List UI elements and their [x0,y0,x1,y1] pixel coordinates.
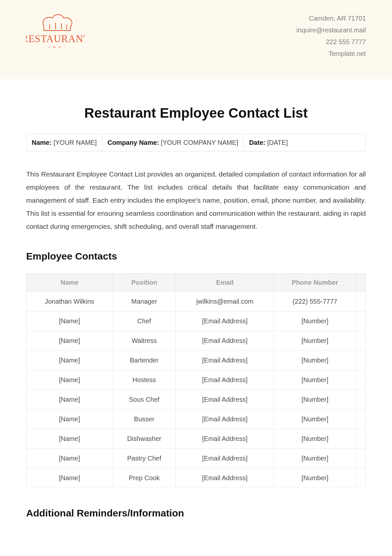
cell-extra [356,468,366,488]
cell-position: Waitress [113,331,176,351]
table-row: [Name]Chef[Email Address][Number] [26,312,366,331]
cell-email: [Email Address] [176,390,274,410]
cell-email: [Email Address] [176,312,274,331]
cell-email: [Email Address] [176,331,274,351]
cell-extra [356,331,366,351]
logo: RESTAURANT · I N C · [26,10,85,51]
cell-name: [Name] [26,331,113,351]
info-date-label: Date: [249,139,265,146]
cell-extra [356,351,366,370]
info-date-cell: Date: [DATE] [244,134,293,151]
cell-position: Prep Cook [113,468,176,488]
cell-extra [356,390,366,410]
col-header-email: Email [176,274,274,292]
header-contact-info: Camden, AR 71701 inquire@restaurant.mail… [296,10,366,59]
cell-extra [356,410,366,429]
info-name-cell: Name: [YOUR NAME] [26,134,102,151]
cell-position: Pastry Chef [113,449,176,468]
logo-sub-text: · I N C · [45,45,66,49]
table-row: [Name]Waitress[Email Address][Number] [26,331,366,351]
cell-phone: [Number] [274,351,356,370]
info-company-value: [YOUR COMPANY NAME] [161,139,238,146]
table-row: [Name]Sous Chef[Email Address][Number] [26,390,366,410]
cell-name: [Name] [26,390,113,410]
table-row: [Name]Prep Cook[Email Address][Number] [26,468,366,488]
document-body: Restaurant Employee Contact List Name: [… [0,79,392,543]
cell-phone: [Number] [274,390,356,410]
cell-name: [Name] [26,429,113,449]
document-header: RESTAURANT · I N C · Camden, AR 71701 in… [0,0,392,79]
contact-site: Template.net [296,48,366,59]
cell-name: Jonathan Wilkins [26,292,113,312]
employee-contacts-table: Name Position Email Phone Number Jonatha… [26,273,366,488]
table-row: [Name]Pastry Chef[Email Address][Number] [26,449,366,468]
cell-phone: [Number] [274,370,356,390]
logo-main-text: RESTAURANT [26,33,85,44]
cell-email: [Email Address] [176,429,274,449]
cell-phone: [Number] [274,410,356,429]
page-title: Restaurant Employee Contact List [26,105,366,121]
contact-address: Camden, AR 71701 [296,12,366,24]
info-date-value: [DATE] [267,139,288,146]
cell-position: Busser [113,410,176,429]
info-bar: Name: [YOUR NAME] Company Name: [YOUR CO… [26,134,366,151]
cell-position: Chef [113,312,176,331]
table-row: [Name]Dishwasher[Email Address][Number] [26,429,366,449]
cell-extra [356,429,366,449]
contact-phone: 222 555 7777 [296,36,366,48]
table-row: Jonathan WilkinsManagerjwilkins@email.co… [26,292,366,312]
cell-email: jwilkins@email.com [176,292,274,312]
col-header-name: Name [26,274,113,292]
cell-name: [Name] [26,312,113,331]
cell-extra [356,370,366,390]
cell-email: [Email Address] [176,351,274,370]
additional-info-heading: Additional Reminders/Information [26,508,366,519]
description-paragraph: This Restaurant Employee Contact List pr… [26,168,366,233]
cell-phone: [Number] [274,449,356,468]
cell-phone: (222) 555-7777 [274,292,356,312]
employee-contacts-heading: Employee Contacts [26,251,366,262]
info-name-label: Name: [32,139,52,146]
cell-position: Dishwasher [113,429,176,449]
cell-name: [Name] [26,351,113,370]
cell-position: Manager [113,292,176,312]
info-company-cell: Company Name: [YOUR COMPANY NAME] [102,134,244,151]
cell-name: [Name] [26,370,113,390]
table-row: [Name]Busser[Email Address][Number] [26,410,366,429]
cell-phone: [Number] [274,429,356,449]
cell-name: [Name] [26,410,113,429]
chef-hat-logo-icon: RESTAURANT · I N C · [26,10,85,51]
cell-position: Hostess [113,370,176,390]
cell-phone: [Number] [274,312,356,331]
cell-extra [356,292,366,312]
contact-email: inquire@restaurant.mail [296,24,366,36]
cell-name: [Name] [26,449,113,468]
cell-email: [Email Address] [176,370,274,390]
cell-extra [356,312,366,331]
cell-position: Sous Chef [113,390,176,410]
info-company-label: Company Name: [107,139,159,146]
table-header-row: Name Position Email Phone Number [26,274,366,292]
table-row: [Name]Hostess[Email Address][Number] [26,370,366,390]
cell-name: [Name] [26,468,113,488]
col-header-extra [356,274,366,292]
cell-position: Bartender [113,351,176,370]
cell-phone: [Number] [274,331,356,351]
cell-extra [356,449,366,468]
cell-email: [Email Address] [176,410,274,429]
cell-phone: [Number] [274,468,356,488]
info-name-value: [YOUR NAME] [54,139,97,146]
col-header-position: Position [113,274,176,292]
cell-email: [Email Address] [176,468,274,488]
col-header-phone: Phone Number [274,274,356,292]
table-row: [Name]Bartender[Email Address][Number] [26,351,366,370]
cell-email: [Email Address] [176,449,274,468]
